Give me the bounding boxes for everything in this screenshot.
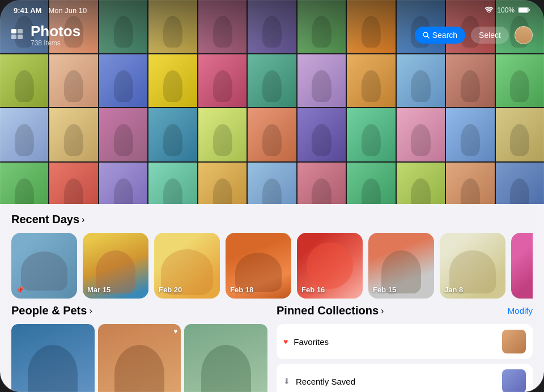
nav-right[interactable]: Search Select <box>415 26 533 44</box>
photo-cell[interactable] <box>496 108 544 161</box>
person-bg <box>184 324 267 392</box>
photo-cell[interactable] <box>0 108 48 161</box>
photo-cell[interactable] <box>298 54 346 108</box>
collection-row-favorites[interactable]: ♥ Favorites <box>277 324 533 359</box>
day-card-label-jan8: Jan 8 <box>444 286 463 294</box>
photo-cell[interactable] <box>347 54 395 108</box>
photo-cell[interactable] <box>49 54 97 108</box>
status-time: 9:41 AM <box>14 6 41 15</box>
person-bg <box>11 324 95 392</box>
battery-icon <box>518 5 530 15</box>
people-pets-header[interactable]: People & Pets › <box>11 304 267 317</box>
day-card-label-feb20: Feb 20 <box>159 286 182 294</box>
svg-rect-3 <box>11 29 16 33</box>
people-pets-section: People & Pets › ♥ <box>11 304 267 392</box>
pinned-collections-header[interactable]: Pinned Collections › Modify <box>277 304 533 317</box>
svg-rect-5 <box>11 35 16 39</box>
pinned-header-left: Pinned Collections › <box>277 304 384 317</box>
pinned-collections-chevron[interactable]: › <box>381 306 384 316</box>
people-pets-chevron[interactable]: › <box>89 306 92 316</box>
main-content: Recent Days › 📌 Mar 15 <box>0 204 544 392</box>
status-date: Mon Jun 10 <box>48 6 87 15</box>
photo-cell[interactable] <box>99 54 147 108</box>
person-card-1[interactable] <box>11 324 95 392</box>
day-card-pin-icon: 📌 <box>16 286 24 294</box>
day-card-pinned[interactable]: 📌 <box>11 233 77 299</box>
photo-cell[interactable] <box>148 54 197 108</box>
day-card-label-feb18: Feb 18 <box>230 286 253 294</box>
collection-name-recently-saved: Recently Saved <box>296 377 496 386</box>
heart-badge: ♥ <box>173 327 177 335</box>
person-bg <box>98 324 181 392</box>
photo-cell[interactable] <box>49 108 97 161</box>
photo-cell[interactable] <box>198 54 246 108</box>
day-card-feb20[interactable]: Feb 20 <box>154 233 220 299</box>
day-card-label-feb16: Feb 16 <box>301 286 325 294</box>
recent-days-header[interactable]: Recent Days › <box>11 213 533 226</box>
status-right: 100% <box>484 5 530 15</box>
bottom-sections-row: People & Pets › ♥ <box>0 304 544 392</box>
search-label: Search <box>432 31 457 40</box>
photo-cell[interactable] <box>397 108 445 161</box>
status-bar: 9:41 AM Mon Jun 10 100% <box>0 0 544 20</box>
nav-left: Photos 738 Items <box>11 23 80 48</box>
page-title: Photos <box>31 23 80 40</box>
photo-cell[interactable] <box>446 108 494 161</box>
photo-cell[interactable] <box>148 108 197 161</box>
pinned-collections-section: Pinned Collections › Modify ♥ Favorites … <box>277 304 533 392</box>
battery-percentage: 100% <box>497 6 515 14</box>
nav-bar: Photos 738 Items Search Select <box>0 20 544 50</box>
day-card-feb18[interactable]: Feb 18 <box>226 233 291 299</box>
day-card-jan8[interactable]: Jan 8 <box>440 233 505 299</box>
recently-saved-icon: ⬇ <box>283 377 290 386</box>
item-count: 738 Items <box>31 39 80 47</box>
day-card-extra[interactable] <box>511 233 533 299</box>
photo-cell[interactable] <box>496 54 544 108</box>
svg-rect-6 <box>18 35 23 39</box>
pinned-collections-title[interactable]: Pinned Collections <box>277 304 379 317</box>
svg-line-8 <box>427 37 429 39</box>
recent-days-chevron[interactable]: › <box>82 215 84 225</box>
svg-rect-4 <box>18 29 23 33</box>
search-button[interactable]: Search <box>415 27 465 44</box>
photo-cell[interactable] <box>347 108 395 161</box>
day-card-bg <box>511 233 533 299</box>
day-card-mar15[interactable]: Mar 15 <box>83 233 148 299</box>
avatar-face <box>515 27 532 44</box>
nav-title-group: Photos 738 Items <box>31 23 80 48</box>
collection-thumb-favorites <box>502 330 526 353</box>
day-card-feb16[interactable]: Feb 16 <box>297 233 363 299</box>
wifi-icon <box>484 6 494 15</box>
days-row[interactable]: 📌 Mar 15 Feb 20 Feb 18 <box>11 233 533 299</box>
photo-cell[interactable] <box>198 108 246 161</box>
modify-button[interactable]: Modify <box>508 306 533 316</box>
day-card-label-feb15: Feb 15 <box>373 286 396 294</box>
grid-view-icon[interactable] <box>11 29 24 42</box>
avatar[interactable] <box>515 26 533 44</box>
photo-cell[interactable] <box>248 54 296 108</box>
svg-rect-2 <box>519 8 528 12</box>
day-card-feb15[interactable]: Feb 15 <box>368 233 434 299</box>
people-pets-title[interactable]: People & Pets <box>11 304 87 317</box>
photo-cell[interactable] <box>397 54 445 108</box>
people-grid[interactable]: ♥ <box>11 324 267 392</box>
day-card-label-mar15: Mar 15 <box>87 286 110 294</box>
photo-cell[interactable] <box>99 108 147 161</box>
svg-point-7 <box>423 32 428 37</box>
recent-days-section: Recent Days › 📌 Mar 15 <box>0 204 544 304</box>
select-button[interactable]: Select <box>471 27 509 44</box>
collection-name-favorites: Favorites <box>294 337 496 347</box>
collection-row-recently-saved[interactable]: ⬇ Recently Saved <box>277 364 533 392</box>
collection-thumb-recently-saved <box>502 369 526 392</box>
recent-days-title[interactable]: Recent Days <box>11 213 79 226</box>
status-left: 9:41 AM Mon Jun 10 <box>14 6 87 15</box>
photo-cell[interactable] <box>0 54 48 108</box>
photo-cell[interactable] <box>248 108 296 161</box>
photo-cell[interactable] <box>446 54 494 108</box>
person-card-2[interactable]: ♥ <box>98 324 181 392</box>
favorites-heart-icon: ♥ <box>283 337 288 346</box>
person-card-3[interactable] <box>184 324 267 392</box>
svg-point-0 <box>488 12 490 12</box>
photo-cell[interactable] <box>298 108 346 161</box>
